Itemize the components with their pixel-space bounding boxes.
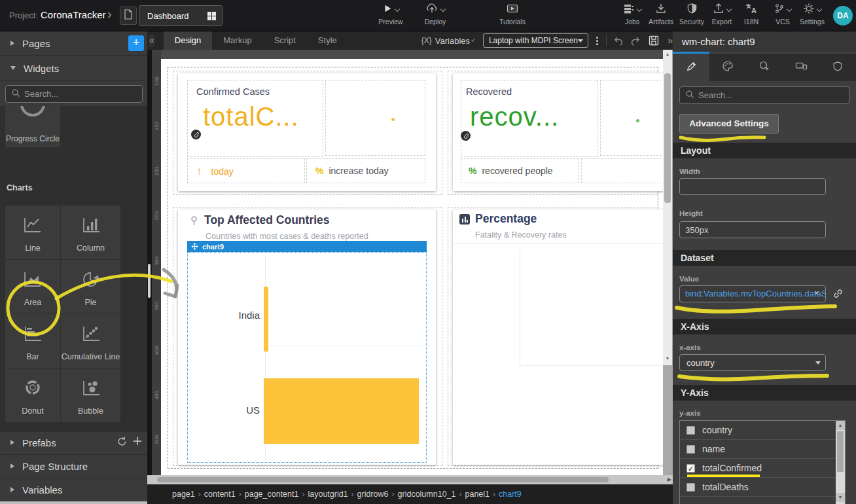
widget-tile-pie[interactable]: Pie: [61, 260, 120, 314]
section-yaxis[interactable]: Y-Axis: [673, 385, 856, 401]
selected-widget-bar[interactable]: chart9: [187, 241, 427, 252]
bar-us[interactable]: [264, 378, 419, 444]
save-icon[interactable]: [648, 35, 660, 46]
page-tab-dashboard[interactable]: Dashboard: [139, 5, 223, 26]
scroll-up-icon[interactable]: ▲: [663, 52, 672, 56]
widget-tile-cumulative-line[interactable]: Cumulative Line: [61, 314, 120, 368]
yaxis-option-name[interactable]: name: [680, 440, 836, 459]
listbox-scrollbar[interactable]: ▲ ▼: [836, 421, 845, 504]
confirmed-cases-card[interactable]: Confirmed Cases totalC... ↑ today % incr…: [178, 73, 436, 191]
yaxis-option-country[interactable]: country: [680, 421, 836, 440]
breadcrumb-item-active[interactable]: chart9: [499, 490, 522, 499]
bind-link-icon[interactable]: [832, 288, 844, 302]
more-options-button[interactable]: [596, 37, 598, 45]
canvas-vertical-scrollbar[interactable]: ▲ ▼: [663, 50, 672, 365]
section-dataset[interactable]: Dataset: [673, 250, 856, 266]
scroll-up-icon[interactable]: ▲: [836, 421, 845, 430]
percentage-panel[interactable]: Percentage Fatality & Recovery rates: [453, 209, 663, 465]
yaxis-option-totalconfirmed[interactable]: ✓ totalConfirmed: [680, 459, 836, 478]
scrollbar-thumb[interactable]: [837, 431, 844, 472]
preview-button[interactable]: Preview: [372, 3, 409, 30]
page-icon-button[interactable]: [120, 7, 137, 25]
tab-style[interactable]: Style: [307, 31, 348, 50]
card-cell[interactable]: [325, 80, 425, 156]
height-input[interactable]: [679, 221, 826, 238]
width-input[interactable]: [679, 178, 826, 195]
expand-panel-button[interactable]: »: [668, 35, 673, 46]
properties-search-input[interactable]: [698, 90, 796, 100]
design-canvas-page[interactable]: Confirmed Cases totalC... ↑ today % incr…: [161, 59, 663, 475]
tab-markup[interactable]: Markup: [212, 31, 262, 50]
sidebar-section-widgets[interactable]: Widgets: [0, 56, 147, 81]
properties-search[interactable]: [679, 86, 849, 104]
tutorials-button[interactable]: Tutorials: [494, 3, 531, 30]
increase-today-stat[interactable]: % increase today: [315, 166, 389, 176]
breadcrumb-item[interactable]: page1: [172, 490, 195, 499]
widget-tile-bar[interactable]: Bar: [5, 314, 60, 368]
project-name[interactable]: CoronaTracker: [41, 9, 105, 20]
redo-button[interactable]: [630, 35, 641, 46]
sidebar-section-page-structure[interactable]: Page Structure: [0, 454, 147, 478]
bar-india[interactable]: [264, 287, 268, 351]
breadcrumb-item[interactable]: gridrow6: [357, 490, 389, 499]
tab-design[interactable]: Design: [164, 31, 212, 50]
scroll-right-icon[interactable]: ▶: [668, 475, 671, 484]
card-cell[interactable]: [581, 158, 663, 183]
percentage-subtitle[interactable]: Fatality & Recovery rates: [475, 230, 567, 240]
sidebar-section-pages[interactable]: Pages +: [0, 31, 147, 56]
widget-tile-bubble[interactable]: Bubble: [61, 369, 120, 422]
sidebar-section-variables[interactable]: Variables: [0, 478, 147, 502]
section-layout[interactable]: Layout: [673, 143, 856, 158]
recovered-card-title[interactable]: Recovered: [466, 86, 512, 97]
tab-events[interactable]: [746, 54, 783, 81]
yaxis-option-totaldeaths[interactable]: totalDeaths: [680, 478, 836, 497]
top-affected-title[interactable]: Top Affected Countries: [204, 213, 330, 227]
widget-tile-donut[interactable]: Donut: [5, 369, 60, 422]
add-prefab-icon[interactable]: [132, 436, 143, 449]
tab-devices[interactable]: [783, 54, 819, 81]
confirmed-card-title[interactable]: Confirmed Cases: [196, 86, 270, 97]
confirmed-total-binding[interactable]: totalC...: [203, 102, 299, 132]
sidebar-section-prefabs[interactable]: Prefabs: [0, 431, 147, 455]
top-affected-subtitle[interactable]: Countries with most cases & deaths repor…: [205, 232, 368, 241]
card-cell[interactable]: [600, 80, 663, 156]
collapse-sidebar-button[interactable]: «: [149, 34, 154, 47]
top-affected-panel[interactable]: Top Affected Countries Countries with mo…: [178, 209, 436, 465]
widget-tile-line[interactable]: Line: [5, 206, 60, 259]
device-selector[interactable]: Laptop with MDPI Screen: [483, 33, 588, 48]
tab-script[interactable]: Script: [263, 31, 307, 50]
scroll-down-icon[interactable]: ▼: [836, 493, 845, 502]
dataset-value-input[interactable]: bind:Variables.mvTopCountries.dataSe: [679, 285, 826, 302]
checkbox-unchecked[interactable]: [687, 483, 695, 492]
recovered-card[interactable]: Recovered recov... % recovered people: [453, 73, 663, 191]
canvas-horizontal-scrollbar[interactable]: ▶: [147, 475, 673, 484]
scrollbar-thumb[interactable]: [664, 73, 671, 203]
tab-styles[interactable]: [709, 54, 746, 81]
widget-tile-area[interactable]: Area: [5, 260, 60, 314]
breadcrumb-item[interactable]: gridcolumn10_1: [398, 490, 456, 499]
bar-chart-widget[interactable]: India US: [187, 252, 427, 463]
today-stat[interactable]: ↑ today: [196, 165, 234, 178]
breadcrumb-item[interactable]: content1: [204, 490, 236, 499]
clear-binding-icon[interactable]: ×: [814, 288, 819, 298]
recovered-total-binding[interactable]: recov...: [470, 102, 559, 132]
add-page-button[interactable]: +: [128, 35, 144, 51]
search-input[interactable]: [24, 89, 122, 99]
widget-search[interactable]: [5, 85, 143, 103]
user-avatar[interactable]: DA: [833, 6, 853, 26]
palette-scrollbar-thumb[interactable]: [148, 264, 151, 298]
settings-button[interactable]: Settings: [794, 3, 830, 30]
variables-menu[interactable]: Variables: [435, 36, 470, 46]
recovered-stat[interactable]: % recovered people: [469, 166, 553, 176]
widget-tile-progress-circle[interactable]: Progress Circle: [5, 106, 60, 147]
tab-properties[interactable]: [673, 54, 709, 81]
checkbox-unchecked[interactable]: [687, 426, 695, 435]
section-xaxis[interactable]: X-Axis: [673, 319, 856, 334]
breadcrumb-item[interactable]: layoutgrid1: [308, 490, 348, 499]
tab-security[interactable]: [819, 54, 856, 81]
advanced-settings-button[interactable]: Advanced Settings: [679, 114, 779, 134]
xaxis-select[interactable]: country: [679, 354, 826, 371]
breadcrumb-item[interactable]: page_content1: [245, 490, 299, 499]
breadcrumb-item[interactable]: panel1: [465, 490, 490, 499]
deploy-button[interactable]: Deploy: [417, 3, 454, 30]
